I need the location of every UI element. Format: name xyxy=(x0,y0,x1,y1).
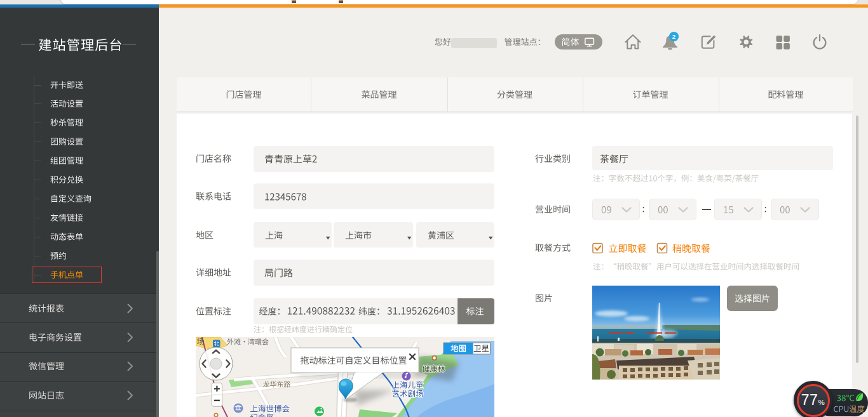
svg-text:2: 2 xyxy=(672,33,676,40)
